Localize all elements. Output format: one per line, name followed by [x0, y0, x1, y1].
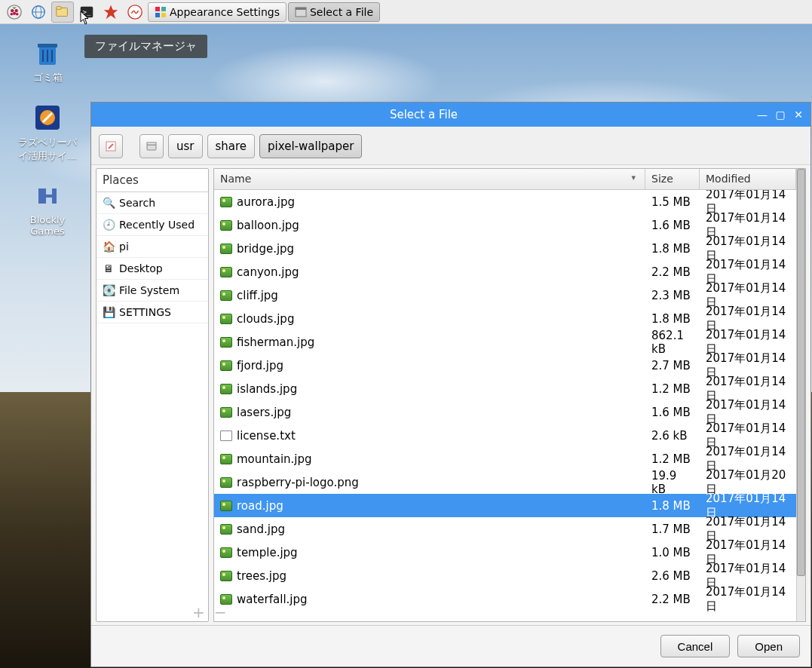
- file-name: lasers.jpg: [237, 406, 291, 419]
- places-item-recently-used[interactable]: 🕘Recently Used: [97, 214, 208, 236]
- desktop-trash-label: ゴミ箱: [33, 72, 63, 83]
- file-size: 2.2 MB: [645, 593, 700, 606]
- image-file-icon: [220, 571, 232, 581]
- desktop-raspi-link[interactable]: ラズベリーパイ活用サイ...: [14, 103, 81, 163]
- file-name: balloon.jpg: [237, 219, 299, 232]
- file-row[interactable]: canyon.jpg2.2 MB2017年01月14日: [214, 260, 796, 283]
- file-row[interactable]: waterfall.jpg2.2 MB2017年01月14日: [214, 587, 796, 611]
- search-icon: 🔍: [103, 197, 115, 209]
- file-name: canyon.jpg: [237, 265, 299, 279]
- image-file-icon: [220, 267, 232, 277]
- places-item-file-system[interactable]: 💽File System: [97, 280, 208, 302]
- svg-point-2: [15, 9, 18, 12]
- file-name: road.jpg: [237, 499, 283, 513]
- col-size[interactable]: Size: [645, 169, 700, 189]
- window-icon: [295, 6, 307, 18]
- file-size: 1.0 MB: [645, 546, 700, 559]
- file-size: 1.6 MB: [645, 406, 700, 419]
- edit-path-button[interactable]: [99, 134, 123, 158]
- svg-rect-30: [147, 142, 156, 145]
- file-manager-tooltip: ファイルマネージャ: [84, 35, 207, 58]
- file-name: fjord.jpg: [237, 359, 283, 372]
- image-file-icon: [220, 314, 232, 324]
- file-row[interactable]: aurora.jpg1.5 MB2017年01月14日: [214, 190, 796, 213]
- svg-rect-16: [161, 7, 166, 11]
- file-row[interactable]: balloon.jpg1.6 MB2017年01月14日: [214, 213, 796, 237]
- svg-rect-18: [161, 13, 166, 17]
- file-size: 862.1 kB: [645, 329, 700, 356]
- desktop-icon: 🖥: [103, 262, 115, 274]
- image-file-icon: [220, 454, 232, 464]
- scrollbar[interactable]: [796, 169, 805, 621]
- file-row[interactable]: temple.jpg1.0 MB2017年01月14日: [214, 541, 796, 564]
- add-place-button[interactable]: +: [192, 603, 205, 621]
- desktop-blockly[interactable]: Blockly Games: [14, 181, 81, 237]
- image-file-icon: [220, 244, 232, 254]
- col-modified[interactable]: Modified: [700, 169, 796, 189]
- file-row[interactable]: cliff.jpg2.3 MB2017年01月14日: [214, 283, 796, 307]
- raspi-bookmark-icon: [32, 103, 63, 133]
- file-row[interactable]: trees.jpg2.6 MB2017年01月14日: [214, 564, 796, 587]
- file-row[interactable]: clouds.jpg1.8 MB2017年01月14日: [214, 307, 796, 330]
- places-item-search[interactable]: 🔍Search: [97, 192, 208, 214]
- file-row[interactable]: islands.jpg1.2 MB2017年01月14日: [214, 377, 796, 400]
- image-file-icon: [220, 360, 232, 371]
- file-size: 1.8 MB: [645, 499, 700, 513]
- image-file-icon: [220, 384, 232, 394]
- file-list-panel: Name▾ Size Modified aurora.jpg1.5 MB2017…: [213, 168, 806, 622]
- image-file-icon: [220, 220, 232, 231]
- image-file-icon: [220, 197, 232, 207]
- file-row[interactable]: license.txt2.6 kB2017年01月14日: [214, 424, 796, 447]
- file-row[interactable]: fjord.jpg2.7 MB2017年01月14日: [214, 354, 796, 377]
- file-size: 1.2 MB: [645, 382, 700, 396]
- menu-raspberry-icon[interactable]: [3, 2, 26, 23]
- cancel-button[interactable]: Cancel: [660, 635, 731, 657]
- file-row[interactable]: mountain.jpg1.2 MB2017年01月14日: [214, 447, 796, 470]
- close-icon[interactable]: ✕: [792, 109, 804, 121]
- wolfram-icon[interactable]: [124, 2, 146, 23]
- crumb-usr[interactable]: usr: [168, 134, 203, 158]
- places-item-desktop[interactable]: 🖥Desktop: [97, 258, 208, 280]
- dialog-title: Select a File: [97, 108, 750, 121]
- minimize-icon[interactable]: —: [756, 109, 768, 121]
- remove-place-button[interactable]: −: [214, 603, 227, 621]
- file-name: fisherman.jpg: [237, 336, 314, 349]
- file-row[interactable]: road.jpg1.8 MB2017年01月14日: [214, 494, 796, 517]
- file-row[interactable]: bridge.jpg1.8 MB2017年01月14日: [214, 237, 796, 260]
- dialog-titlebar[interactable]: Select a File — ▢ ✕: [91, 103, 810, 127]
- file-row[interactable]: fisherman.jpg862.1 kB2017年01月14日: [214, 330, 796, 354]
- file-row[interactable]: sand.jpg1.7 MB2017年01月14日: [214, 517, 796, 541]
- file-size: 1.7 MB: [645, 522, 700, 536]
- file-list[interactable]: Name▾ Size Modified aurora.jpg1.5 MB2017…: [214, 169, 796, 621]
- sort-desc-icon: ▾: [631, 173, 636, 182]
- places-item-settings[interactable]: 💾SETTINGS: [97, 302, 208, 323]
- crumb-share[interactable]: share: [207, 134, 256, 158]
- image-file-icon: [220, 524, 232, 535]
- places-item-label: File System: [119, 284, 179, 296]
- file-size: 2.7 MB: [645, 359, 700, 372]
- file-size: 2.2 MB: [645, 265, 700, 279]
- taskbar-select-file[interactable]: Select a File: [288, 2, 380, 22]
- svg-rect-29: [147, 145, 156, 150]
- places-item-pi[interactable]: 🏠pi: [97, 236, 208, 258]
- floppy-icon: 💾: [103, 306, 115, 318]
- file-manager-icon[interactable]: [51, 2, 74, 23]
- col-name[interactable]: Name▾: [214, 169, 645, 189]
- file-name: aurora.jpg: [237, 195, 295, 209]
- file-row[interactable]: lasers.jpg1.6 MB2017年01月14日: [214, 400, 796, 424]
- file-name: clouds.jpg: [237, 312, 294, 326]
- maximize-icon[interactable]: ▢: [774, 109, 786, 121]
- image-file-icon: [220, 477, 232, 488]
- file-row[interactable]: raspberry-pi-logo.png19.9 kB2017年01月20日: [214, 470, 796, 494]
- trash-icon: [32, 38, 63, 68]
- scrollbar-thumb[interactable]: [797, 169, 805, 576]
- web-browser-icon[interactable]: [27, 2, 50, 23]
- mathematica-icon[interactable]: [100, 2, 122, 23]
- crumb-root[interactable]: [139, 134, 164, 158]
- desktop-trash[interactable]: ゴミ箱: [14, 38, 81, 84]
- taskbar-appearance-settings[interactable]: Appearance Settings: [148, 2, 286, 22]
- file-size: 2.3 MB: [645, 289, 700, 302]
- open-button[interactable]: Open: [737, 635, 800, 657]
- breadcrumb: usr share pixel-wallpaper: [91, 127, 810, 165]
- crumb-current[interactable]: pixel-wallpaper: [259, 134, 362, 158]
